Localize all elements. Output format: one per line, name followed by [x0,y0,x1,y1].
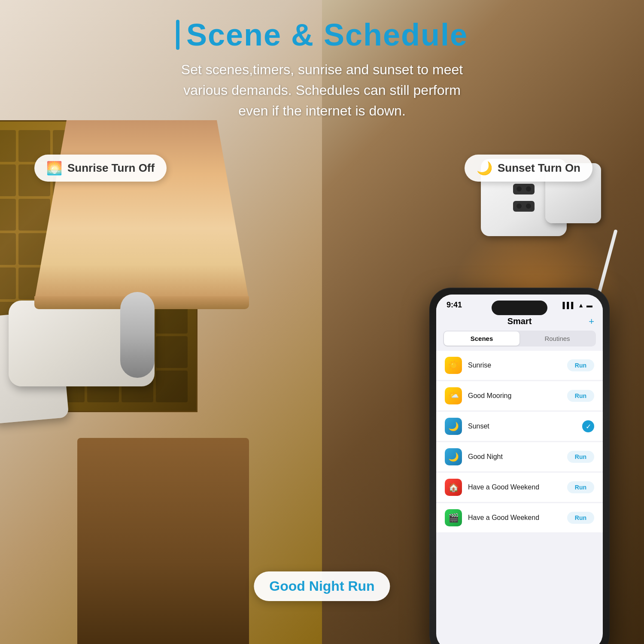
sunrise-badge: 🌅 Sunrise Turn Off [34,155,167,182]
scene-item-good-mooring: 🌤️ Good Mooring Run [436,381,603,411]
good-night-run-label: Good Night Run [269,578,374,594]
scene-name-sunrise: Sunrise [468,361,567,369]
scene-list: ☀️ Sunrise Run 🌤️ Good Mooring Run 🌙 Sun… [436,348,603,535]
add-button[interactable]: + [589,316,594,327]
phone-mockup: 9:41 ▌▌▌ ▲ ▬ Smart + Scenes Routines [429,288,610,644]
scene-item-sunrise: ☀️ Sunrise Run [436,351,603,380]
title-text: Scene & Schedule [186,17,468,52]
scene-icon-weekend-2: 🎬 [445,509,462,526]
good-night-run-badge: Good Night Run [254,571,390,601]
dynamic-island [492,301,547,315]
scene-icon-good-mooring: 🌤️ [445,387,462,404]
nightstand [77,438,249,644]
app-title: Smart [507,316,532,326]
title-bar-icon [176,20,179,50]
scene-icon-sunset: 🌙 [445,418,462,435]
status-time: 9:41 [447,301,462,310]
scene-icon-good-night: 🌙 [445,448,462,465]
page-wrapper: Scene & Schedule Set scenes,timers, sunr… [0,0,644,644]
sunset-badge: 🌙 Sunset Turn On [465,155,592,182]
phone-screen: 9:41 ▌▌▌ ▲ ▬ Smart + Scenes Routines [436,295,603,644]
scene-name-weekend-2: Have a Good Weekend [468,514,567,522]
page-title: Scene & Schedule [0,17,644,52]
app-header: Smart + [436,313,603,329]
tab-routines[interactable]: Routines [519,331,595,346]
scene-icon-sunrise: ☀️ [445,357,462,374]
lamp-base [120,292,155,378]
scene-name-good-night: Good Night [468,453,567,461]
sunset-icon: 🌙 [477,161,492,176]
scene-run-weekend-2[interactable]: Run [567,512,594,524]
sunrise-icon: 🌅 [46,161,62,176]
header-section: Scene & Schedule Set scenes,timers, sunr… [0,17,644,121]
scene-item-sunset: 🌙 Sunset ✓ [436,412,603,441]
status-icons: ▌▌▌ ▲ ▬ [562,302,592,309]
tab-scenes[interactable]: Scenes [444,331,519,346]
sunset-label: Sunset Turn On [498,161,580,175]
scene-item-weekend-1: 🏠 Have a Good Weekend Run [436,473,603,502]
scene-item-good-night: 🌙 Good Night Run [436,442,603,472]
sunrise-label: Sunrise Turn Off [67,161,155,175]
scene-run-good-night[interactable]: Run [567,451,594,463]
scene-item-weekend-2: 🎬 Have a Good Weekend Run [436,503,603,533]
signal-icon: ▌▌▌ [562,302,575,309]
lamp-shade [34,120,249,301]
scene-icon-weekend-1: 🏠 [445,479,462,496]
scene-run-good-mooring[interactable]: Run [567,390,594,402]
wifi-icon: ▲ [578,302,584,309]
tab-bar: Scenes Routines [443,331,596,346]
outlet-hole-bottom [513,201,535,212]
scene-name-good-mooring: Good Mooring [468,392,567,400]
scene-run-sunrise[interactable]: Run [567,359,594,371]
scene-name-weekend-1: Have a Good Weekend [468,483,567,491]
outlet-hole-top [513,184,535,194]
scene-name-sunset: Sunset [468,422,582,430]
battery-icon: ▬ [586,302,592,309]
scene-run-weekend-1[interactable]: Run [567,481,594,493]
scene-check-sunset: ✓ [582,420,594,432]
subtitle-text: Set scenes,timers, sunrise and sunset to… [0,59,644,121]
